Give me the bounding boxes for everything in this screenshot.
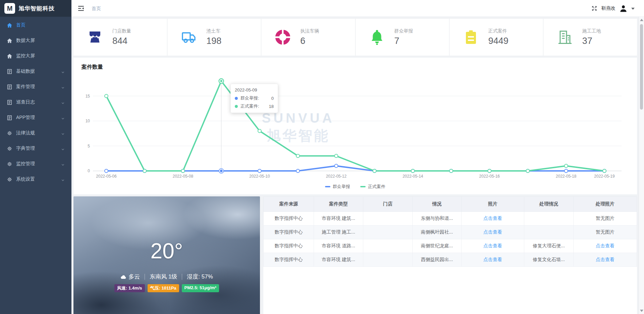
sidebar-item-系统设置[interactable]: 系统设置 <box>0 172 71 187</box>
stat-text: 施工工地37 <box>582 28 601 46</box>
condition-text: 多云 <box>128 273 140 280</box>
table-cell <box>524 212 574 226</box>
svg-text:2022-05-10: 2022-05-10 <box>249 174 270 178</box>
sidebar-item-label: 系统设置 <box>16 176 35 182</box>
column-header-门店: 门店 <box>363 197 413 212</box>
table-cell <box>524 226 574 239</box>
stat-card-row: 门店数量844渣土车198执法车辆6群众举报7正式案件9449施工工地37 <box>73 19 637 56</box>
tooltip-row: 正式案件:18 <box>235 103 274 109</box>
table-cell: 东侧与协和道... <box>413 212 462 226</box>
tooltip-series-value: 0 <box>271 96 274 101</box>
svg-text:0: 0 <box>88 169 90 173</box>
svg-text:2022-05-12: 2022-05-12 <box>326 174 347 178</box>
tooltip-date: 2022-05-09 <box>235 87 274 92</box>
table-cell: 南侧枫叶园社... <box>413 226 462 239</box>
fullscreen-icon[interactable] <box>591 5 597 11</box>
weather-badges: 风速: 1.4m/s气压: 1011PaPM2.5: 51μg/m³ <box>73 284 260 292</box>
stat-text: 群众举报7 <box>394 28 413 46</box>
table-cell <box>363 253 413 267</box>
tooltip-rows: 群众举报:0正式案件:18 <box>235 95 274 109</box>
sidebar-collapse-icon[interactable] <box>77 5 85 12</box>
chevron-down-icon <box>61 162 65 166</box>
view-photo-link[interactable]: 点击查看 <box>596 257 614 262</box>
sidebar-item-label: 案件管理 <box>16 84 35 90</box>
column-header-案件类型: 案件类型 <box>314 197 363 212</box>
home-icon <box>7 53 12 59</box>
sidebar-item-基础数据[interactable]: 基础数据 <box>0 64 71 79</box>
case-chart: 0510152022-05-062022-05-082022-05-102022… <box>79 74 631 178</box>
svg-text:2022-05-16: 2022-05-16 <box>479 174 500 178</box>
scroll-down-icon[interactable] <box>640 310 643 312</box>
table-cell: 西侧益民园出... <box>413 253 462 267</box>
sidebar-item-label: 监控大屏 <box>16 53 35 59</box>
tooltip-series-label: 正式案件: <box>240 103 259 109</box>
stat-label: 正式案件 <box>488 28 508 34</box>
avatar[interactable] <box>620 5 627 12</box>
chevron-down-icon <box>61 85 65 89</box>
table-cell: 修复大理石便... <box>524 239 574 253</box>
table-cell <box>363 226 413 239</box>
view-photo-link[interactable]: 点击查看 <box>483 229 502 235</box>
series-dot <box>235 105 238 108</box>
divider <box>145 274 145 280</box>
username[interactable]: 靳燕改 <box>601 5 615 11</box>
legend-label: 群众举报 <box>333 184 350 190</box>
stat-card-渣土车: 渣土车198 <box>167 19 261 56</box>
sidebar-item-监控大屏[interactable]: 监控大屏 <box>0 48 71 64</box>
stat-card-执法车辆: 执法车辆6 <box>261 19 355 56</box>
table-cell: 数字指挥中心 <box>264 212 314 226</box>
temperature: 20° <box>73 239 260 263</box>
sidebar-item-label: 数据大屏 <box>16 38 35 44</box>
sidebar-item-监控管理[interactable]: 监控管理 <box>0 156 71 172</box>
breadcrumb[interactable]: 首页 <box>92 6 101 12</box>
scrollbar-thumb[interactable] <box>640 24 643 110</box>
sidebar-item-字典管理[interactable]: 字典管理 <box>0 141 71 156</box>
view-photo-link[interactable]: 点击查看 <box>483 215 502 221</box>
sidebar-item-案件管理[interactable]: 案件管理 <box>0 79 71 95</box>
stat-text: 执法车辆6 <box>300 28 319 46</box>
table-cell: 南侧世纪龙庭... <box>413 239 462 253</box>
stat-value: 844 <box>112 36 131 46</box>
svg-text:10: 10 <box>86 119 90 123</box>
table-body: 数字指挥中心市容环境 建筑...东侧与协和道...点击查看暂无图片数字指挥中心施… <box>264 212 637 267</box>
column-header-照片: 照片 <box>462 197 524 212</box>
table-cell: 施工管理 施工... <box>314 226 363 239</box>
tooltip-series-value: 18 <box>269 104 274 109</box>
gear-icon <box>7 161 12 167</box>
view-photo-link[interactable]: 点击查看 <box>483 243 502 248</box>
case-table: 案件来源案件类型门店情况照片处理情况处理照片 数字指挥中心市容环境 建筑...东… <box>263 196 637 267</box>
svg-text:5: 5 <box>88 144 90 148</box>
stat-value: 9449 <box>488 36 508 46</box>
table-row: 数字指挥中心施工管理 施工...南侧枫叶园社...点击查看暂无图片 <box>264 226 637 239</box>
view-photo-link[interactable]: 点击查看 <box>483 257 502 262</box>
sidebar-item-APP管理[interactable]: APP管理 <box>0 110 71 125</box>
table-header: 案件来源案件类型门店情况照片处理情况处理照片 <box>264 197 637 212</box>
gear-icon <box>7 130 12 136</box>
sidebar-item-首页[interactable]: 首页 <box>0 17 71 33</box>
page-scrollbar[interactable] <box>639 17 644 314</box>
chevron-down-icon[interactable] <box>631 8 635 10</box>
doc-icon <box>7 115 12 121</box>
view-photo-link[interactable]: 点击查看 <box>596 243 614 248</box>
table-cell: 点击查看 <box>462 253 524 267</box>
weather-condition-row: 多云 东南风 1级 湿度: 57% <box>73 273 260 280</box>
scroll-up-icon[interactable] <box>640 19 643 21</box>
svg-text:2022-05-08: 2022-05-08 <box>173 174 194 178</box>
sidebar-item-巡查日志[interactable]: 巡查日志 <box>0 95 71 110</box>
table-row: 数字指挥中心市容环境 道路...南侧世纪龙庭...点击查看修复大理石便...点击… <box>264 239 637 253</box>
chart-title: 案件数量 <box>82 64 103 71</box>
home-icon <box>7 22 12 28</box>
legend-label: 正式案件 <box>368 184 385 190</box>
building-icon <box>557 29 573 45</box>
sidebar-item-法律法规[interactable]: 法律法规 <box>0 125 71 141</box>
chevron-down-icon <box>61 70 65 73</box>
legend-item-群众举报[interactable]: 群众举报 <box>325 184 350 190</box>
logo-bar: M 旭华智能科技 <box>0 0 71 17</box>
gear-icon <box>7 146 12 151</box>
sidebar-item-数据大屏[interactable]: 数据大屏 <box>0 33 71 48</box>
legend-item-正式案件[interactable]: 正式案件 <box>360 184 385 190</box>
stat-label: 执法车辆 <box>300 28 319 34</box>
chevron-down-icon <box>61 131 65 135</box>
sidebar-menu: 首页数据大屏监控大屏基础数据案件管理巡查日志APP管理法律法规字典管理监控管理系… <box>0 17 71 187</box>
svg-text:2022-05-19: 2022-05-19 <box>594 174 615 178</box>
